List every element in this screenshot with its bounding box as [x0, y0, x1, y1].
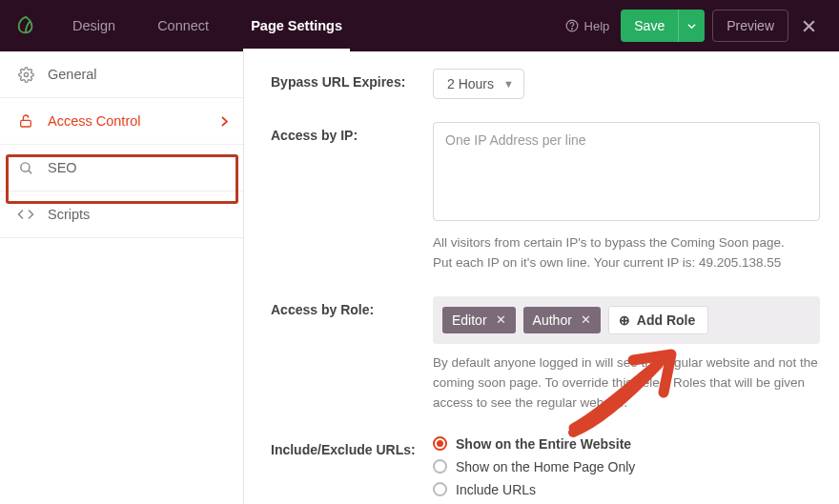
radio-label: Include URLs	[456, 482, 536, 497]
chip-label: Author	[533, 312, 572, 328]
topbar: Design Connect Page Settings Help Save P…	[0, 0, 839, 51]
field-bypass-expires: Bypass URL Expires: 2 Hours ▼	[271, 69, 820, 99]
lock-icon	[17, 112, 34, 130]
close-button[interactable]	[788, 19, 829, 33]
radio-dot	[433, 436, 447, 451]
add-role-button[interactable]: ⊕ Add Role	[608, 306, 708, 334]
radio-home-page-only[interactable]: Show on the Home Page Only	[433, 459, 820, 474]
sidebar-item-seo[interactable]: SEO	[0, 145, 243, 192]
code-icon	[17, 206, 34, 223]
radio-dot	[433, 459, 447, 474]
radio-label: Show on the Home Page Only	[456, 459, 635, 474]
ip-hint: All visitors from certain IP's to bypass…	[433, 233, 820, 273]
svg-rect-3	[21, 120, 31, 127]
chip-label: Editor	[452, 312, 487, 328]
field-access-by-ip: Access by IP: All visitors from certain …	[271, 122, 820, 273]
field-label: Bypass URL Expires:	[271, 69, 433, 99]
tab-design[interactable]: Design	[51, 0, 136, 51]
sidebar-item-label: SEO	[48, 160, 77, 175]
add-role-label: Add Role	[637, 312, 695, 328]
chevron-down-icon: ▼	[503, 78, 514, 90]
sidebar-item-label: General	[48, 67, 97, 82]
main-panel: Bypass URL Expires: 2 Hours ▼ Access by …	[244, 51, 839, 504]
help-link[interactable]: Help	[563, 17, 610, 34]
app-logo[interactable]	[0, 0, 51, 51]
field-include-exclude-urls: Include/Exclude URLs: Show on the Entire…	[271, 436, 820, 504]
svg-point-4	[20, 162, 29, 171]
select-value: 2 Hours	[447, 76, 494, 91]
role-chip-author[interactable]: Author ✕	[523, 307, 601, 333]
role-box: Editor ✕ Author ✕ ⊕ Add Role	[433, 296, 820, 344]
tab-page-settings[interactable]: Page Settings	[230, 0, 363, 51]
chevron-down-icon	[687, 22, 696, 30]
close-icon	[802, 19, 816, 33]
sidebar-item-label: Access Control	[48, 113, 141, 129]
radio-entire-website[interactable]: Show on the Entire Website	[433, 436, 820, 452]
preview-button[interactable]: Preview	[712, 10, 788, 42]
ip-textarea[interactable]	[433, 122, 820, 221]
sidebar-item-scripts[interactable]: Scripts	[0, 192, 243, 238]
svg-point-2	[24, 72, 28, 76]
help-label: Help	[584, 19, 610, 33]
gear-icon	[17, 66, 34, 83]
radio-label: Show on the Entire Website	[456, 436, 631, 452]
role-hint: By default anyone logged in will see the…	[433, 353, 820, 413]
radio-include-urls[interactable]: Include URLs	[433, 482, 820, 497]
tab-connect[interactable]: Connect	[136, 0, 230, 51]
save-label: Save	[621, 18, 678, 33]
sidebar: General Access Control SEO Scripts	[0, 51, 244, 504]
chevron-right-icon	[221, 116, 228, 127]
radio-dot	[433, 482, 447, 496]
top-tabs: Design Connect Page Settings	[51, 0, 363, 51]
field-label: Include/Exclude URLs:	[271, 436, 433, 504]
help-icon	[563, 17, 581, 34]
remove-icon[interactable]: ✕	[496, 312, 506, 327]
sidebar-item-label: Scripts	[48, 207, 90, 222]
plus-icon: ⊕	[619, 312, 630, 328]
search-icon	[17, 159, 34, 176]
sidebar-item-general[interactable]: General	[0, 51, 243, 98]
field-access-by-role: Access by Role: Editor ✕ Author ✕ ⊕ Add …	[271, 296, 820, 413]
sidebar-item-access-control[interactable]: Access Control	[0, 98, 243, 145]
bypass-expires-select[interactable]: 2 Hours ▼	[433, 69, 524, 99]
url-radio-group: Show on the Entire Website Show on the H…	[433, 436, 820, 504]
field-label: Access by IP:	[271, 122, 433, 273]
save-button[interactable]: Save	[621, 10, 705, 42]
field-label: Access by Role:	[271, 296, 433, 413]
svg-point-1	[571, 29, 572, 30]
save-dropdown[interactable]	[678, 10, 705, 42]
remove-icon[interactable]: ✕	[581, 312, 591, 327]
role-chip-editor[interactable]: Editor ✕	[442, 307, 516, 333]
